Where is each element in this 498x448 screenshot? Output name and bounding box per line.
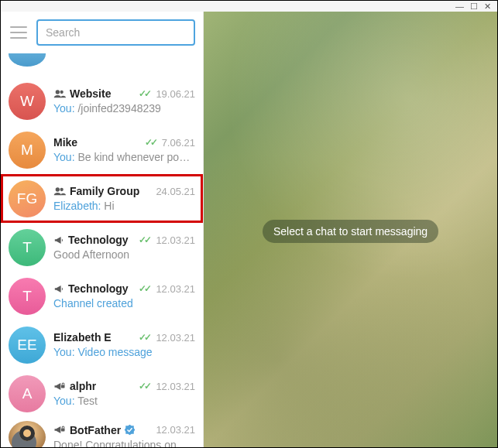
avatar: M <box>9 132 46 169</box>
chat-item[interactable]: T Technology ✓✓ 12.03.21 Good Afternoon <box>1 223 203 272</box>
search-input[interactable] <box>36 19 195 46</box>
avatar: FG <box>9 180 46 217</box>
chat-preview: You: Test <box>53 395 195 407</box>
read-receipt-icon: ✓✓ <box>145 137 156 148</box>
chat-preview: You: Be kind whenever possi... <box>53 151 195 163</box>
svg-point-0 <box>56 90 60 94</box>
avatar <box>9 421 46 447</box>
read-receipt-icon: ✓✓ <box>139 234 149 245</box>
svg-point-2 <box>56 187 60 191</box>
chat-item[interactable]: T Technology ✓✓ 12.03.21 Channel created <box>1 272 203 320</box>
avatar: W <box>9 83 46 120</box>
svg-point-3 <box>60 188 64 191</box>
chat-item[interactable]: W Website ✓✓ 19.06.21 You: /joinfed23948… <box>1 77 203 125</box>
chat-preview: You: /joinfed23948239 <box>53 102 195 115</box>
chat-date: 19.06.21 <box>156 88 195 100</box>
chat-title: Technology <box>68 282 129 295</box>
chat-date: 7.06.21 <box>162 137 195 149</box>
window-maximize-button[interactable]: ☐ <box>470 2 478 12</box>
group-icon <box>53 186 66 196</box>
avatar <box>9 53 46 67</box>
chat-title: Family Group <box>70 185 139 197</box>
chat-date: 12.03.21 <box>156 381 195 392</box>
chat-title: Website <box>70 87 111 100</box>
app-window: — ☐ ✕ W Website <box>0 0 498 448</box>
chat-preview: Channel created <box>53 297 195 309</box>
read-receipt-icon: ✓✓ <box>139 332 149 343</box>
chat-item[interactable]: BotFather 12.03.21 Done! Congratulations… <box>1 418 203 447</box>
chat-item[interactable]: M Mike ✓✓ 7.06.21 You: Be kind whenever … <box>1 125 203 174</box>
megaphone-icon <box>53 284 64 294</box>
megaphone-icon <box>53 235 64 245</box>
chat-date: 24.05.21 <box>156 186 195 197</box>
chat-item-selected[interactable]: FG Family Group 24.05.21 Elizabeth: Hi <box>1 174 203 223</box>
read-receipt-icon: ✓✓ <box>139 88 149 99</box>
search-bar <box>1 12 203 53</box>
chat-item-partial[interactable] <box>1 53 203 77</box>
svg-point-1 <box>60 91 64 94</box>
window-close-button[interactable]: ✕ <box>484 2 491 12</box>
chat-preview: Elizabeth: Hi <box>53 200 195 212</box>
chat-list[interactable]: W Website ✓✓ 19.06.21 You: /joinfed23948… <box>1 53 203 447</box>
chat-title: Elizabeth E <box>53 331 112 344</box>
chat-title: BotFather <box>70 424 121 436</box>
chat-date: 12.03.21 <box>156 283 195 295</box>
svg-rect-5 <box>61 429 65 432</box>
app-body: W Website ✓✓ 19.06.21 You: /joinfed23948… <box>1 12 497 447</box>
avatar: T <box>9 229 46 266</box>
chat-date: 12.03.21 <box>156 234 195 246</box>
read-receipt-icon: ✓✓ <box>139 381 149 392</box>
chat-item[interactable]: EE Elizabeth E ✓✓ 12.03.21 You: Video me… <box>1 320 203 369</box>
megaphone-lock-icon <box>53 425 66 435</box>
avatar: T <box>9 278 46 315</box>
svg-marker-6 <box>125 425 136 436</box>
read-receipt-icon: ✓✓ <box>139 283 149 294</box>
chat-date: 12.03.21 <box>156 332 195 344</box>
megaphone-lock-icon <box>53 381 66 392</box>
verified-icon <box>124 424 136 436</box>
chat-preview: You: Video message <box>53 346 195 358</box>
avatar: EE <box>9 327 46 364</box>
chat-date: 12.03.21 <box>156 424 195 436</box>
chat-title: alphr <box>70 380 96 392</box>
chat-title: Mike <box>53 136 77 149</box>
main-panel: Select a chat to start messaging <box>204 12 497 447</box>
chat-item[interactable]: A alphr ✓✓ 12.03.21 You: Test <box>1 369 203 418</box>
window-minimize-button[interactable]: — <box>455 2 464 11</box>
sidebar: W Website ✓✓ 19.06.21 You: /joinfed23948… <box>1 12 204 447</box>
window-titlebar: — ☐ ✕ <box>1 1 497 12</box>
avatar: A <box>9 375 46 412</box>
svg-rect-4 <box>61 385 65 388</box>
group-icon <box>53 89 66 98</box>
chat-title: Technology <box>68 234 129 246</box>
chat-preview: Good Afternoon <box>53 248 195 261</box>
chat-preview: Done! Congratulations on yo... <box>53 439 195 448</box>
empty-state-text: Select a chat to start messaging <box>263 220 438 243</box>
menu-button[interactable] <box>10 26 27 39</box>
